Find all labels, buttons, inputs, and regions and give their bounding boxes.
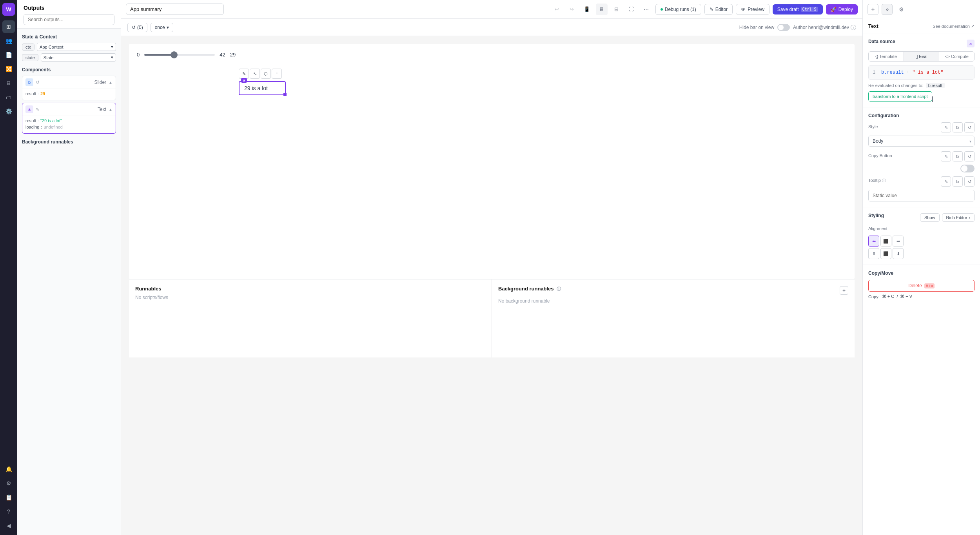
nav-variables[interactable]: ⚙️ bbox=[2, 105, 15, 118]
tab-eval[interactable]: [] Eval bbox=[904, 52, 939, 61]
tab-template[interactable]: {} Template bbox=[869, 52, 904, 61]
search-input[interactable] bbox=[24, 14, 114, 25]
app-title-input[interactable] bbox=[126, 4, 224, 15]
tooltip-input[interactable] bbox=[868, 190, 975, 201]
tooltip-edit-btn[interactable]: ✎ bbox=[941, 176, 951, 187]
rp-settings-button[interactable]: ⚙ bbox=[896, 4, 907, 15]
tooltip-fx-btn[interactable]: fx bbox=[953, 176, 963, 187]
rp-components-button[interactable]: ⋄ bbox=[882, 4, 893, 15]
deploy-icon: 🚀 bbox=[831, 7, 837, 12]
text-move-btn[interactable]: ⬡ bbox=[261, 69, 271, 79]
state-select[interactable]: State ▾ bbox=[41, 53, 116, 62]
align-right-button[interactable]: ➡ bbox=[893, 236, 904, 247]
grid-icon-button[interactable]: ⊟ bbox=[611, 4, 622, 15]
fullscreen-button[interactable]: ⛶ bbox=[626, 4, 637, 15]
more-options-button[interactable]: ⋯ bbox=[641, 4, 652, 15]
styling-header: Styling Show Rich Editor › bbox=[868, 213, 975, 222]
nav-settings[interactable]: ⚙ bbox=[2, 477, 15, 490]
nav-scripts[interactable]: 📄 bbox=[2, 49, 15, 61]
delete-button[interactable]: Delete ⌘+⌫ bbox=[868, 280, 975, 292]
ctx-select[interactable]: App Context ▾ bbox=[37, 43, 116, 51]
text-edit-icon[interactable]: ✎ bbox=[36, 107, 39, 112]
nav-help[interactable]: ? bbox=[2, 505, 15, 518]
styling-show-button[interactable]: Show bbox=[920, 213, 940, 222]
style-reset-btn[interactable]: ↺ bbox=[964, 122, 975, 132]
editor-button[interactable]: ✎ Editor bbox=[704, 4, 733, 15]
mobile-view-button[interactable]: 📱 bbox=[581, 4, 593, 15]
editor-icon: ✎ bbox=[710, 7, 713, 12]
author-info: Author henri@windmill.dev i bbox=[793, 25, 856, 30]
text-more-btn[interactable]: ⋮ bbox=[272, 69, 282, 79]
components-title: Components bbox=[22, 67, 116, 73]
undo-button[interactable]: ↩ bbox=[551, 4, 563, 15]
redo-button[interactable]: ↪ bbox=[566, 4, 578, 15]
nav-collapse[interactable]: ◀ bbox=[2, 519, 15, 532]
nav-schedule[interactable]: 🔔 bbox=[2, 463, 15, 475]
deploy-label: Deploy bbox=[838, 7, 853, 12]
debug-runs-button[interactable]: Debug runs (1) bbox=[655, 4, 701, 15]
text-component-header[interactable]: a ✎ Text ▲ bbox=[22, 103, 116, 116]
slider-thumb[interactable] bbox=[171, 51, 178, 58]
slider-track[interactable] bbox=[144, 54, 215, 56]
canvas: 0 42 29 ✎ ⤡ ⬡ ⋮ a 29 is a lot bbox=[121, 36, 862, 535]
ctx-chevron-icon: ▾ bbox=[111, 44, 113, 49]
nav-resources[interactable]: 🗃 bbox=[2, 91, 15, 103]
text-widget[interactable]: a 29 is a lot bbox=[239, 81, 286, 95]
tooltip-reset-btn[interactable]: ↺ bbox=[964, 176, 975, 187]
slider-min-label: 0 bbox=[137, 52, 140, 58]
transform-frontend-button[interactable]: transform to a frontend script bbox=[868, 91, 932, 102]
nav-apps[interactable]: 🖥 bbox=[2, 77, 15, 89]
bg-runnables-title: Background runnables bbox=[22, 139, 116, 145]
transform-label: transform to a frontend script bbox=[873, 94, 928, 99]
data-source-section: Data source a {} Template [] Eval <> Com… bbox=[863, 33, 980, 107]
see-docs-link[interactable]: See documentation ↗ bbox=[933, 24, 975, 29]
text-resize-handle[interactable] bbox=[283, 93, 287, 96]
slider-refresh-icon[interactable]: ↺ bbox=[36, 80, 40, 85]
slider-component-header[interactable]: b ↺ Slider ▲ bbox=[22, 76, 116, 89]
style-edit-btn[interactable]: ✎ bbox=[941, 122, 951, 132]
text-type: Text bbox=[98, 107, 106, 112]
nav-home[interactable]: ⊞ bbox=[2, 20, 15, 33]
deploy-button[interactable]: 🚀 Deploy bbox=[826, 4, 858, 15]
tab-compute[interactable]: <> Compute bbox=[939, 52, 974, 61]
nav-audit[interactable]: 📋 bbox=[2, 491, 15, 504]
copy-button-toggle[interactable] bbox=[960, 165, 975, 172]
preview-button[interactable]: 👁 Preview bbox=[736, 4, 769, 15]
rp-add-button[interactable]: + bbox=[867, 4, 878, 15]
text-resize-btn[interactable]: ⤡ bbox=[250, 69, 260, 79]
align-center-h-button[interactable]: ⬛ bbox=[880, 236, 891, 247]
copy-reset-btn[interactable]: ↺ bbox=[964, 151, 975, 161]
align-top-button[interactable]: ⬆ bbox=[868, 248, 879, 259]
style-select[interactable]: Body Caption Heading 1 Heading 2 bbox=[868, 136, 975, 147]
align-bottom-button[interactable]: ⬇ bbox=[893, 248, 904, 259]
bg-runnables-header: Background runnables ⓘ + bbox=[498, 286, 848, 295]
save-draft-button[interactable]: Save draft Ctrl S bbox=[773, 4, 823, 15]
styling-buttons: Show Rich Editor › bbox=[920, 213, 975, 222]
copy-button-toggle-row bbox=[868, 165, 975, 172]
external-link-icon: ↗ bbox=[971, 24, 975, 29]
copy-button-icon-group: ✎ fx ↺ bbox=[941, 151, 975, 161]
info-icon[interactable]: i bbox=[851, 25, 856, 30]
text-edit-btn[interactable]: ✎ bbox=[239, 69, 249, 79]
style-fx-btn[interactable]: fx bbox=[953, 122, 963, 132]
align-left-button[interactable]: ⬅ bbox=[868, 236, 879, 247]
frequency-button[interactable]: once ▾ bbox=[151, 23, 173, 32]
data-source-header-row: Data source a bbox=[868, 39, 975, 48]
data-source-badge: a bbox=[967, 40, 975, 47]
copy-edit-btn[interactable]: ✎ bbox=[941, 151, 951, 161]
bg-runnables-section: Background runnables bbox=[22, 139, 116, 145]
nav-users[interactable]: 👥 bbox=[2, 34, 15, 47]
refresh-button[interactable]: ↺ (0) bbox=[127, 23, 147, 32]
app-logo: W bbox=[2, 3, 15, 16]
slider-chevron-icon: ▲ bbox=[109, 80, 113, 85]
re-eval-val: b.result bbox=[926, 83, 945, 88]
desktop-view-button[interactable]: 🖥 bbox=[596, 4, 608, 15]
text-result-row: result : "29 is a lot" bbox=[25, 118, 113, 124]
copy-fx-btn[interactable]: fx bbox=[953, 151, 963, 161]
nav-flows[interactable]: 🔀 bbox=[2, 63, 15, 75]
bg-runnables-add-button[interactable]: + bbox=[840, 286, 848, 295]
align-middle-button[interactable]: ⬛ bbox=[880, 248, 891, 259]
hide-bar-toggle[interactable] bbox=[777, 24, 790, 31]
rich-editor-button[interactable]: Rich Editor › bbox=[942, 213, 975, 222]
slider-component-item: b ↺ Slider ▲ result : 29 bbox=[22, 76, 116, 100]
